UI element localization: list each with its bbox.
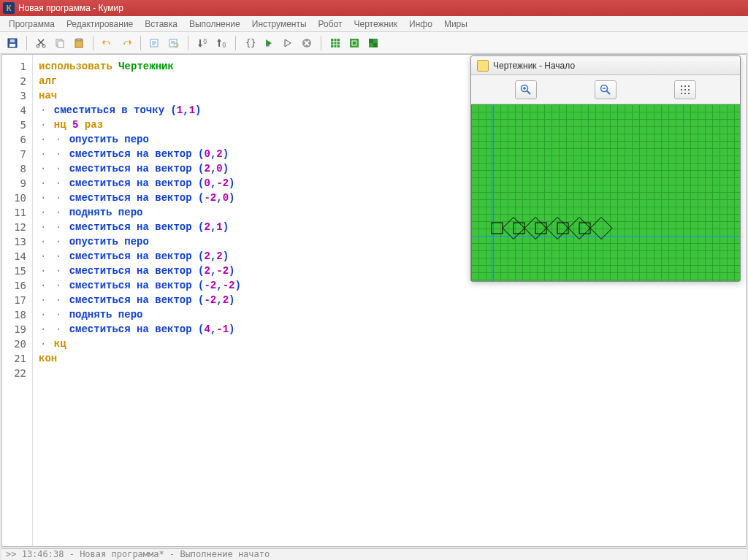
draftsman-window[interactable]: Чертежник - Начало	[470, 55, 741, 282]
svg-rect-1	[9, 44, 15, 47]
step-over-icon[interactable]: {}	[213, 35, 229, 51]
svg-text:{}: {}	[245, 38, 256, 48]
app-icon: К	[3, 2, 15, 14]
line-number: 9	[2, 176, 32, 191]
line-number: 1	[2, 59, 32, 74]
braces-icon[interactable]: {}	[242, 35, 258, 51]
line-number: 13	[2, 234, 32, 249]
line-number: 17	[2, 293, 32, 307]
menu-чертежник[interactable]: Чертежник	[348, 17, 404, 31]
svg-point-42	[681, 85, 682, 87]
line-number: 7	[2, 147, 32, 161]
zoom-out-button[interactable]	[595, 80, 617, 99]
toolbar: {}{}{}	[0, 32, 748, 54]
code-line[interactable]: кон	[39, 351, 740, 366]
svg-rect-54	[557, 223, 568, 234]
toolbar-separator	[321, 36, 321, 50]
svg-point-48	[681, 93, 682, 94]
stop-icon[interactable]	[299, 35, 315, 51]
svg-rect-34	[373, 43, 378, 47]
line-number: 15	[2, 264, 32, 278]
code-line[interactable]: кц	[39, 337, 740, 351]
code-line[interactable]: сместиться на вектор (-2,2)	[39, 293, 740, 307]
paste-icon[interactable]	[71, 35, 87, 51]
code-line[interactable]: поднять перо	[39, 307, 740, 322]
menu-миры[interactable]: Миры	[438, 17, 473, 31]
draftsman-titlebar[interactable]: Чертежник - Начало	[471, 56, 740, 75]
menu-робот[interactable]: Робот	[313, 17, 348, 31]
line-number: 2	[2, 74, 32, 88]
svg-text:{}: {}	[222, 41, 226, 47]
menu-редактирование[interactable]: Редактирование	[61, 17, 139, 31]
svg-point-47	[688, 89, 690, 91]
drawn-shapes	[492, 215, 740, 254]
line-number: 14	[2, 249, 32, 264]
line-gutter: 12345678910111213141516171819202122	[2, 55, 33, 546]
menu-выполнение[interactable]: Выполнение	[183, 17, 246, 31]
grid1-icon[interactable]	[327, 35, 343, 51]
svg-point-46	[684, 89, 686, 91]
window-title: Новая программа - Кумир	[18, 3, 123, 13]
menu-программа[interactable]: Программа	[3, 17, 61, 31]
toolbar-separator	[188, 36, 188, 50]
draftsman-canvas[interactable]	[471, 104, 740, 281]
line-number: 16	[2, 278, 32, 293]
cut-icon[interactable]	[33, 35, 49, 51]
svg-rect-52	[514, 223, 524, 234]
replace-icon[interactable]	[166, 35, 182, 51]
zoom-in-button[interactable]	[515, 80, 537, 99]
line-number: 12	[2, 220, 32, 234]
find-icon[interactable]	[147, 35, 163, 51]
toolbar-separator	[235, 36, 236, 50]
axis-y	[492, 104, 492, 281]
grid-button[interactable]	[674, 80, 696, 99]
line-number: 22	[2, 366, 32, 380]
code-line[interactable]: сместиться на вектор (4,-1)	[39, 322, 740, 337]
line-number: 11	[2, 205, 32, 220]
svg-text:{}: {}	[203, 37, 207, 44]
menu-инфо[interactable]: Инфо	[403, 17, 438, 31]
line-number: 4	[2, 103, 32, 118]
run-icon[interactable]	[261, 35, 277, 51]
toolbar-separator	[140, 36, 141, 50]
svg-rect-53	[535, 223, 546, 234]
canvas-grid	[471, 104, 740, 281]
toolbar-separator	[26, 36, 27, 50]
draftsman-toolbar	[471, 75, 740, 104]
svg-point-50	[688, 93, 690, 94]
svg-rect-51	[492, 223, 503, 234]
menu-вставка[interactable]: Вставка	[139, 17, 183, 31]
svg-point-49	[684, 93, 686, 94]
line-number: 3	[2, 88, 32, 103]
menu-инструменты[interactable]: Инструменты	[246, 17, 313, 31]
line-number: 6	[2, 132, 32, 147]
line-number: 21	[2, 351, 32, 366]
line-number: 20	[2, 337, 32, 351]
svg-point-43	[684, 85, 686, 87]
grid3-icon[interactable]	[365, 35, 381, 51]
toolbar-separator	[93, 36, 94, 50]
svg-line-40	[606, 91, 610, 94]
line-number: 8	[2, 161, 32, 176]
svg-rect-33	[369, 39, 373, 43]
svg-rect-30	[350, 39, 359, 47]
svg-rect-2	[10, 39, 15, 42]
line-number: 19	[2, 322, 32, 337]
draftsman-title: Чертежник - Начало	[493, 61, 575, 71]
save-icon[interactable]	[4, 35, 20, 51]
svg-rect-25	[331, 39, 340, 47]
svg-rect-8	[58, 41, 64, 47]
line-number: 18	[2, 307, 32, 322]
svg-rect-55	[579, 223, 590, 234]
svg-point-45	[681, 89, 682, 91]
step-into-icon[interactable]: {}	[194, 35, 210, 51]
run-sel-icon[interactable]	[280, 35, 296, 51]
draftsman-icon	[477, 60, 489, 72]
line-number: 5	[2, 118, 32, 132]
titlebar: К Новая программа - Кумир	[0, 0, 748, 16]
line-number: 10	[2, 191, 32, 205]
grid2-icon[interactable]	[346, 35, 362, 51]
undo-icon[interactable]	[99, 35, 115, 51]
redo-icon[interactable]	[118, 35, 134, 51]
copy-icon[interactable]	[52, 35, 68, 51]
